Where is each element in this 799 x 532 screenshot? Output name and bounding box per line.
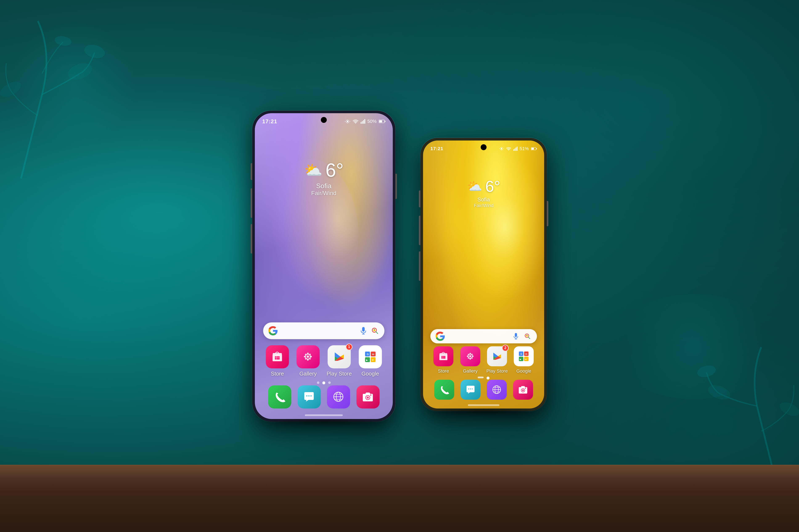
app-playstore-small[interactable]: 2 Play Store	[486, 346, 508, 374]
svg-point-95	[470, 388, 471, 390]
search-bar-large[interactable]	[263, 322, 384, 339]
app-playstore-large[interactable]: 1 Play Store	[327, 345, 352, 377]
search-mic-small[interactable]	[512, 332, 520, 340]
app-store-small[interactable]: Store	[432, 346, 455, 374]
google-g-icon-small	[436, 331, 445, 341]
svg-point-28	[307, 356, 309, 358]
store-label-large: Store	[271, 370, 284, 377]
app-grid-large: Store	[265, 345, 382, 377]
dock-internet-large[interactable]	[327, 385, 350, 408]
store-icon-large	[266, 345, 289, 368]
svg-point-85	[472, 354, 472, 355]
wifi-icon-large	[352, 119, 359, 124]
weather-widget-large: ⛅ 6° Sofia Fair/Wind	[304, 159, 344, 196]
search-lens-large[interactable]	[371, 327, 379, 335]
dot-1-large	[317, 381, 320, 384]
phone-app-icon-small	[434, 380, 454, 400]
bixby-button-small	[419, 190, 420, 207]
playstore-badge-small: 2	[502, 345, 509, 352]
svg-line-22	[376, 331, 378, 334]
app-google-small[interactable]: G m ▶ M Google	[512, 346, 535, 374]
dot-line-small	[478, 377, 484, 378]
status-bar-large: 17:21	[255, 116, 393, 127]
svg-rect-10	[362, 121, 363, 124]
gallery-label-large: Gallery	[299, 370, 317, 377]
svg-point-21	[374, 329, 375, 329]
svg-rect-12	[364, 119, 365, 124]
store-label-small: Store	[438, 368, 449, 374]
phone-large-screen: 17:21	[255, 113, 393, 419]
playstore-label-small: Play Store	[486, 368, 508, 374]
svg-point-31	[304, 356, 305, 357]
weather-icon-small: ⛅	[467, 179, 482, 193]
svg-point-84	[468, 358, 469, 359]
svg-text:▶: ▶	[366, 359, 368, 361]
internet-icon-small	[487, 380, 507, 400]
svg-point-46	[308, 395, 310, 397]
weather-icon-large: ⛅	[304, 162, 322, 179]
svg-rect-61	[516, 147, 517, 151]
svg-text:M: M	[525, 358, 527, 360]
search-lens-small[interactable]	[523, 332, 531, 340]
svg-point-94	[468, 388, 469, 390]
svg-text:m: m	[525, 353, 527, 355]
google-icon-large: G m ▶ M	[359, 345, 382, 368]
messages-icon-large	[297, 385, 321, 408]
google-label-large: Google	[361, 370, 379, 377]
svg-point-96	[472, 388, 473, 390]
weather-condition-large: Fair/Wind	[304, 190, 344, 196]
svg-point-34	[310, 359, 311, 360]
svg-point-70	[527, 334, 527, 335]
phone-large: 17:21	[252, 111, 395, 421]
bixby-button	[251, 163, 252, 180]
app-gallery-large[interactable]: Gallery	[296, 345, 320, 377]
status-time-large: 17:21	[262, 118, 277, 125]
phone-small: 17:21	[420, 138, 547, 411]
dock-messages-large[interactable]	[297, 385, 321, 408]
gallery-icon-large	[296, 345, 320, 368]
volume-down-button	[251, 224, 252, 253]
svg-rect-11	[363, 120, 364, 124]
svg-point-77	[469, 355, 471, 357]
page-dots-large	[317, 381, 331, 384]
app-store-large[interactable]: Store	[265, 345, 290, 377]
dock-small	[432, 380, 535, 400]
dock-internet-small[interactable]	[487, 380, 507, 400]
phones-container: 17:21	[0, 0, 799, 532]
svg-rect-9	[361, 122, 361, 124]
weather-city-large: Sofia	[304, 182, 344, 190]
svg-point-57	[508, 150, 509, 150]
weather-temp-large: 6°	[326, 159, 344, 181]
svg-point-32	[311, 356, 312, 357]
weather-city-small: Sofia	[467, 196, 501, 203]
svg-point-83	[472, 358, 472, 359]
status-icons-large: 50%	[345, 119, 385, 124]
svg-point-33	[305, 354, 306, 355]
home-indicator-small	[468, 404, 500, 406]
search-bar-small[interactable]	[431, 329, 537, 343]
svg-point-36	[310, 354, 311, 355]
svg-rect-15	[379, 120, 382, 122]
weather-condition-small: Fair/Wind	[467, 203, 501, 208]
internet-icon-large	[327, 385, 350, 408]
app-gallery-small[interactable]: Gallery	[459, 346, 482, 374]
dock-phone-large[interactable]	[268, 385, 291, 408]
svg-point-54	[367, 397, 369, 399]
svg-rect-74	[442, 356, 443, 359]
dock-camera-large[interactable]	[357, 385, 380, 408]
svg-text:M: M	[372, 359, 374, 361]
dock-camera-small[interactable]	[513, 380, 533, 400]
svg-point-103	[522, 390, 524, 391]
status-icons-small: 51%	[499, 146, 537, 151]
power-button	[395, 174, 397, 199]
svg-point-81	[472, 356, 473, 357]
app-google-large[interactable]: G m ▶ M Google	[358, 345, 382, 377]
svg-point-47	[311, 395, 312, 397]
svg-point-82	[468, 354, 469, 355]
dock-messages-small[interactable]	[460, 380, 480, 400]
svg-rect-25	[276, 356, 277, 360]
dock-phone-small[interactable]	[434, 380, 454, 400]
signal-icon-large	[361, 119, 365, 124]
search-mic-large[interactable]	[359, 327, 368, 335]
playstore-badge-large: 1	[346, 344, 352, 350]
